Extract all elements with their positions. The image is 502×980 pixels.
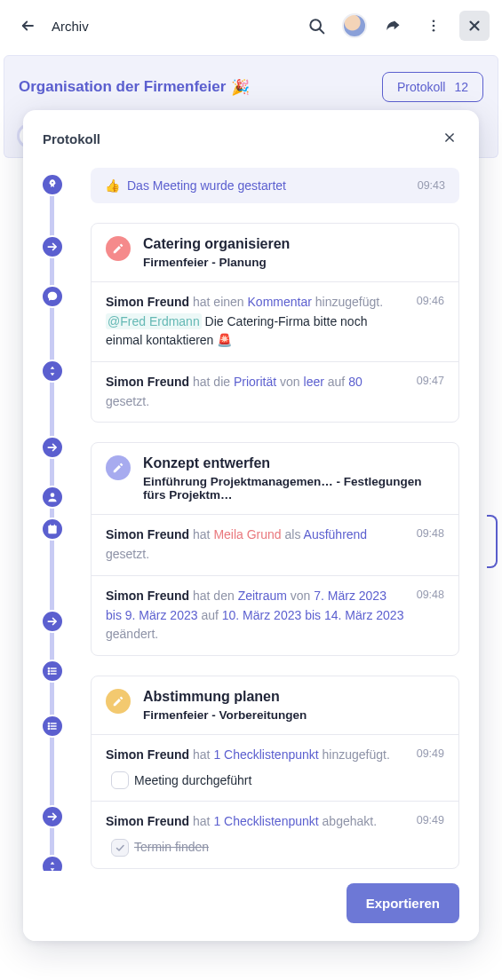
protokoll-count: 12 xyxy=(454,80,468,94)
card-breadcrumb: Firmenfeier - Vorbereitungen xyxy=(143,708,307,722)
start-text: 👍Das Meeting wurde gestartet xyxy=(105,178,286,193)
marker-start-icon xyxy=(41,173,64,196)
card-header[interactable]: Abstimmung planenFirmenfeier - Vorbereit… xyxy=(92,676,458,735)
svg-rect-15 xyxy=(48,526,56,528)
pencil-icon xyxy=(106,236,131,261)
actor-name: Simon Freund xyxy=(106,527,189,541)
row-time: 09:49 xyxy=(417,746,444,790)
svg-point-4 xyxy=(433,25,435,28)
back-icon[interactable] xyxy=(12,11,43,41)
marker-check_add-icon xyxy=(41,660,64,683)
modal-close-icon[interactable] xyxy=(440,128,459,150)
checklist-item: Meeting durchgeführt xyxy=(111,771,404,791)
marker-card-icon xyxy=(41,436,64,459)
marker-card-icon xyxy=(41,235,64,258)
row-time: 09:48 xyxy=(417,587,444,644)
party-icon: 🎉 xyxy=(231,78,250,97)
pencil-icon xyxy=(106,455,131,480)
marker-priority-icon xyxy=(41,855,64,871)
timeline-card: Konzept entwerfenEinführung Projektmanag… xyxy=(91,442,459,655)
marker-priority-icon xyxy=(41,360,64,383)
actor-name: Simon Freund xyxy=(106,295,189,309)
modal-footer: Exportieren xyxy=(23,871,479,941)
side-edge xyxy=(487,515,498,568)
back-label[interactable]: Archiv xyxy=(52,19,89,34)
actor-name: Simon Freund xyxy=(106,814,189,828)
card-breadcrumb: Firmenfeier - Planung xyxy=(143,256,290,269)
timeline: 👍Das Meeting wurde gestartet09:43Caterin… xyxy=(23,168,479,871)
marker-card-icon xyxy=(41,610,64,633)
meeting-title-text: Organisation der Firmenfeier xyxy=(19,78,226,96)
card-row: Simon Freund hat Meila Grund als Ausführ… xyxy=(92,515,458,575)
start-block: 👍Das Meeting wurde gestartet09:43 xyxy=(91,168,459,203)
protokoll-modal: Protokoll 👍Das Meeting wurde gestartet09… xyxy=(23,110,479,941)
protokoll-badge[interactable]: Protokoll 12 xyxy=(382,72,483,102)
marker-dates-icon xyxy=(41,518,64,541)
timeline-card: Catering organisierenFirmenfeier - Planu… xyxy=(91,223,459,423)
card-header[interactable]: Catering organisierenFirmenfeier - Planu… xyxy=(92,224,458,282)
svg-point-5 xyxy=(433,29,435,32)
card-row: Simon Freund hat 1 Checklistenpunkt hinz… xyxy=(92,735,458,802)
card-row: Simon Freund hat 1 Checklistenpunkt abge… xyxy=(92,802,458,867)
card-title: Abstimmung planen xyxy=(143,689,307,705)
card-row: Simon Freund hat einen Kommentar hinzuge… xyxy=(92,282,458,362)
card-row: Simon Freund hat den Zeitraum von 7. Mär… xyxy=(92,576,458,655)
topbar: Archiv xyxy=(0,0,502,51)
svg-point-28 xyxy=(48,723,49,724)
card-header[interactable]: Konzept entwerfenEinführung Projektmanag… xyxy=(92,443,458,515)
timeline-card: Abstimmung planenFirmenfeier - Vorbereit… xyxy=(91,676,459,869)
more-icon[interactable] xyxy=(418,11,449,41)
card-row: Simon Freund hat die Priorität von leer … xyxy=(92,362,458,422)
comment-link[interactable]: Kommentar xyxy=(248,295,312,309)
row-time: 09:46 xyxy=(417,293,444,351)
marker-assignee-icon xyxy=(41,486,64,509)
actor-name: Simon Freund xyxy=(106,589,189,603)
actor-name: Simon Freund xyxy=(106,747,189,762)
marker-check_done-icon xyxy=(41,715,64,738)
card-title: Konzept entwerfen xyxy=(143,455,444,471)
marker-card-icon xyxy=(41,805,64,828)
card-breadcrumb: Einführung Projektmanagemen… - Festlegun… xyxy=(143,475,444,502)
checkbox-unchecked-icon[interactable] xyxy=(111,771,129,789)
svg-point-10 xyxy=(52,182,53,184)
row-time: 09:49 xyxy=(417,812,444,857)
checkbox-checked-icon[interactable] xyxy=(111,839,129,857)
modal-header: Protokoll xyxy=(23,110,479,162)
close-icon[interactable] xyxy=(459,11,490,41)
meeting-title: Organisation der Firmenfeier 🎉 xyxy=(19,78,250,97)
checklist-item: Termin finden xyxy=(111,838,404,858)
svg-point-29 xyxy=(48,725,49,726)
card-title: Catering organisieren xyxy=(143,236,290,252)
svg-point-3 xyxy=(433,20,435,22)
svg-line-2 xyxy=(320,29,324,34)
thumbs-up-icon: 👍 xyxy=(105,178,120,193)
export-button[interactable]: Exportieren xyxy=(347,883,459,923)
share-icon[interactable] xyxy=(378,11,408,41)
row-time: 09:47 xyxy=(417,373,444,411)
pencil-icon xyxy=(106,689,131,714)
actor-name: Simon Freund xyxy=(106,375,189,389)
assignee-name[interactable]: Meila Grund xyxy=(213,527,281,541)
search-icon[interactable] xyxy=(301,11,331,41)
svg-point-23 xyxy=(48,670,49,671)
row-time: 09:48 xyxy=(417,526,444,564)
modal-title: Protokoll xyxy=(43,131,100,146)
svg-point-24 xyxy=(48,673,49,674)
svg-point-13 xyxy=(51,493,55,497)
mention[interactable]: @Fred Erdmann xyxy=(106,313,202,329)
protokoll-label: Protokoll xyxy=(397,80,445,94)
start-time: 09:43 xyxy=(418,179,445,192)
svg-point-30 xyxy=(48,728,49,729)
svg-point-22 xyxy=(48,668,49,669)
marker-comment-icon xyxy=(41,285,64,308)
avatar[interactable] xyxy=(342,13,367,38)
